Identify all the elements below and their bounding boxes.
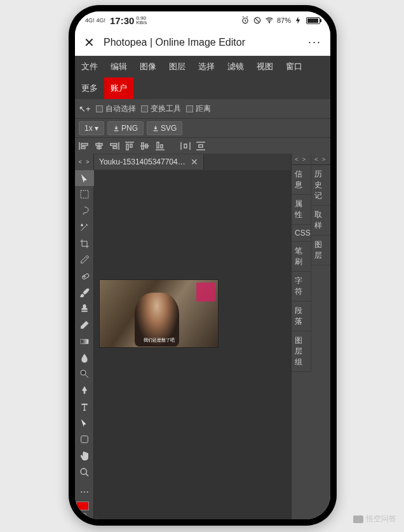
phone-frame: 4G! 4G! 17:30 0.90KB/s 87% xyxy=(69,5,337,526)
align-top-icon[interactable] xyxy=(125,142,135,150)
canvas-panel: Youku-1531405347704… ✕ 我们还是散了吧 xyxy=(94,154,291,519)
color-swatches[interactable]: D xyxy=(75,500,93,519)
tool-text[interactable] xyxy=(75,399,94,415)
menu-image[interactable]: 图像 xyxy=(133,56,163,77)
menu-more[interactable]: 更多 xyxy=(75,77,104,99)
opt-distance[interactable]: 距离 xyxy=(186,103,211,114)
distribute-v-icon[interactable] xyxy=(196,142,206,150)
move-tool-icon[interactable]: ↖+ xyxy=(79,104,91,114)
tool-marquee[interactable] xyxy=(75,186,94,203)
opt-transform[interactable]: 变换工具 xyxy=(141,103,181,114)
panels-sidebar: < > < > 信息 属性 CSS 笔刷 字符 段落 图层组 历史记 xyxy=(291,154,330,519)
svg-rect-7 xyxy=(81,436,88,443)
tool-gradient[interactable] xyxy=(75,333,94,350)
export-png-button[interactable]: PNG xyxy=(107,121,144,135)
panel-sample[interactable]: 取样 xyxy=(311,206,330,236)
screen: 4G! 4G! 17:30 0.90KB/s 87% xyxy=(75,11,330,519)
wifi-icon xyxy=(265,16,274,25)
clock: 17:30 xyxy=(110,15,134,26)
foreground-color[interactable] xyxy=(76,502,89,510)
align-bar xyxy=(75,137,330,154)
download-icon xyxy=(152,125,159,131)
document-tabs: Youku-1531405347704… ✕ xyxy=(94,154,291,170)
options-bar: ↖+ 自动选择 变换工具 距离 xyxy=(75,99,330,118)
tool-path[interactable] xyxy=(75,415,94,432)
svg-rect-3 xyxy=(81,190,88,198)
menu-edit[interactable]: 编辑 xyxy=(104,56,133,77)
zoom-select[interactable]: 1x ▾ xyxy=(79,121,104,135)
more-button[interactable]: ··· xyxy=(308,36,321,49)
menu-bar: 文件 编辑 图像 图层 选择 滤镜 视图 窗口 更多 账户 xyxy=(75,56,330,99)
panel-layergroup[interactable]: 图层组 xyxy=(292,331,311,372)
panel-properties[interactable]: 属性 xyxy=(292,195,311,225)
menu-select[interactable]: 选择 xyxy=(192,56,221,77)
panel-character[interactable]: 字符 xyxy=(292,272,311,302)
menu-file[interactable]: 文件 xyxy=(75,56,104,77)
menu-window[interactable]: 窗口 xyxy=(279,56,309,77)
opt-auto-select[interactable]: 自动选择 xyxy=(96,103,136,114)
workspace: < > ⋯ xyxy=(75,154,330,519)
page-title: Photopea | Online Image Editor xyxy=(104,37,299,48)
tool-heal[interactable] xyxy=(75,268,94,284)
tool-blur[interactable] xyxy=(75,350,94,366)
distribute-h-icon[interactable] xyxy=(180,142,191,150)
tool-eyedropper[interactable] xyxy=(75,251,94,268)
svg-point-8 xyxy=(81,469,86,474)
collapse-panel-button[interactable]: < > xyxy=(292,154,311,164)
close-button[interactable]: ✕ xyxy=(84,35,95,50)
menu-filter[interactable]: 滤镜 xyxy=(221,56,250,77)
export-svg-button[interactable]: SVG xyxy=(147,121,182,135)
panel-info[interactable]: 信息 xyxy=(292,165,311,195)
checkbox-icon[interactable] xyxy=(96,105,103,112)
svg-rect-5 xyxy=(81,340,88,344)
tool-wand[interactable] xyxy=(75,219,94,236)
close-tab-button[interactable]: ✕ xyxy=(191,157,198,167)
collapse-toolbox-button[interactable]: < > xyxy=(75,154,94,170)
default-colors-button[interactable]: D xyxy=(83,512,87,518)
signal-icon: 4G! xyxy=(85,18,95,23)
panel-layers[interactable]: 图层 xyxy=(311,236,330,265)
menu-view[interactable]: 视图 xyxy=(250,56,279,77)
signal-icon-2: 4G! xyxy=(97,18,106,23)
watermark-icon xyxy=(353,515,363,523)
tool-stamp[interactable] xyxy=(75,301,94,317)
align-right-icon[interactable] xyxy=(109,142,119,150)
panel-paragraph[interactable]: 段落 xyxy=(292,302,311,331)
tool-zoom[interactable] xyxy=(75,464,94,481)
battery-icon xyxy=(306,17,320,24)
menu-account[interactable]: 账户 xyxy=(104,77,133,99)
export-bar: 1x ▾ PNG SVG xyxy=(75,118,330,137)
panel-brush[interactable]: 笔刷 xyxy=(292,242,311,272)
battery-pct: 87% xyxy=(277,17,291,24)
canvas-image[interactable]: 我们还是散了吧 xyxy=(99,279,219,348)
swap-colors-icon[interactable] xyxy=(76,512,81,517)
alarm-icon xyxy=(241,16,250,25)
checkbox-icon[interactable] xyxy=(141,105,148,112)
tool-hand[interactable] xyxy=(75,448,94,464)
align-center-v-icon[interactable] xyxy=(140,142,150,150)
tool-pen[interactable] xyxy=(75,382,94,399)
dnd-icon xyxy=(253,16,262,25)
tool-shape[interactable] xyxy=(75,431,94,448)
align-center-h-icon[interactable] xyxy=(94,142,104,150)
align-left-icon[interactable] xyxy=(79,142,89,150)
download-icon xyxy=(113,125,119,131)
menu-layer[interactable]: 图层 xyxy=(163,56,192,77)
collapse-panel-button-2[interactable]: < > xyxy=(311,154,330,164)
tool-move[interactable] xyxy=(75,170,94,187)
image-overlay xyxy=(196,283,215,302)
align-bottom-icon[interactable] xyxy=(155,142,165,150)
tool-crop[interactable] xyxy=(75,236,94,252)
panel-css[interactable]: CSS xyxy=(292,225,311,242)
tool-dodge[interactable] xyxy=(75,366,94,383)
tool-eraser[interactable] xyxy=(75,317,94,333)
checkbox-icon[interactable] xyxy=(186,105,193,112)
image-subtitle: 我们还是散了吧 xyxy=(100,337,218,343)
tool-lasso[interactable] xyxy=(75,203,94,219)
document-tab[interactable]: Youku-1531405347704… ✕ xyxy=(94,154,204,170)
watermark: 悟空问答 xyxy=(353,514,396,524)
tool-brush[interactable] xyxy=(75,284,94,301)
tool-more[interactable]: ⋯ xyxy=(75,484,94,500)
canvas[interactable]: 我们还是散了吧 xyxy=(94,170,291,519)
panel-history[interactable]: 历史记 xyxy=(311,165,330,206)
